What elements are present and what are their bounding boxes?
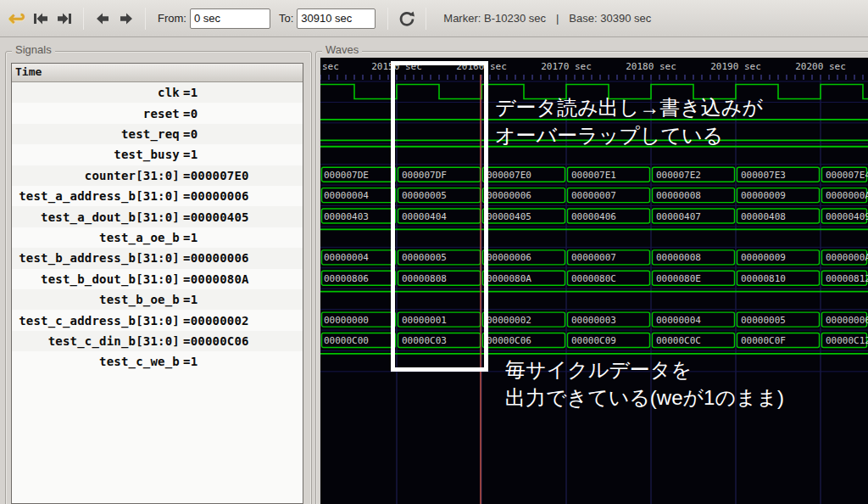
signal-value: =00000006: [183, 251, 249, 265]
annotation-output-line1: 毎サイクルデータを: [505, 358, 692, 381]
toolbar-separator: [387, 8, 388, 30]
signal-row[interactable]: test_c_address_b[31:0]=00000002: [12, 310, 303, 330]
signal-value: =00000002: [183, 314, 249, 328]
from-input[interactable]: [190, 8, 270, 29]
bus-value: 000007E0: [487, 170, 531, 181]
highlight-rectangle-annotation: [391, 61, 488, 372]
signal-row[interactable]: test_b_dout_b[31:0]=0000080A: [12, 269, 303, 289]
toolbar: ↩ From: To: Marker: B-10230 sec: [0, 0, 868, 37]
signal-row[interactable]: test_b_address_b[31:0]=00000006: [12, 248, 303, 268]
bus-value: 00000C0C: [656, 335, 701, 346]
bus-value: 000007E2: [656, 170, 701, 181]
arrow-right-icon: [117, 9, 136, 28]
bus-value: 00000007: [571, 190, 616, 201]
arrow-left-icon: [93, 9, 112, 28]
status-readout: Marker: B-10230 sec | Base: 30390 sec: [443, 12, 651, 25]
bus-value: 00000006: [826, 315, 868, 326]
bus-value: 00000004: [324, 190, 369, 201]
signal-value: =1: [183, 148, 198, 161]
bus-value: 000007E4: [826, 170, 868, 181]
timeline-label: 20170 sec: [541, 61, 592, 72]
to-label: To:: [279, 12, 293, 25]
signal-value: =0: [183, 107, 198, 120]
bus-value: 00000004: [324, 252, 369, 263]
timeline-label: 20180 sec: [626, 61, 676, 72]
toolbar-separator: [426, 8, 426, 30]
signal-row[interactable]: test_a_address_b[31:0]=00000006: [12, 186, 303, 206]
signal-value: =0: [183, 127, 198, 141]
signals-list[interactable]: Time clk=1reset=0test_req=0test_busy=1co…: [11, 63, 303, 504]
timeline-label: 20190 sec: [710, 61, 761, 72]
annotation-output-line2: 出力できている(weが1のまま): [505, 386, 784, 409]
undo-button[interactable]: ↩: [5, 7, 29, 31]
signal-row[interactable]: test_c_din_b[31:0]=00000C06: [12, 331, 303, 351]
signal-value: =000007E0: [183, 169, 249, 182]
signal-name: test_req: [12, 127, 180, 141]
signal-row[interactable]: reset=0: [12, 103, 303, 123]
bus-value: 00000006: [487, 252, 531, 263]
bus-value: 00000002: [487, 315, 531, 326]
go-to-end-button[interactable]: [53, 7, 76, 31]
toolbar-separator: [145, 8, 146, 30]
toolbar-separator: [83, 8, 84, 30]
bus-value: 00000C09: [571, 335, 616, 346]
signal-name: clk: [12, 86, 180, 99]
annotation-output: 毎サイクルデータを出力できている(weが1のまま): [505, 356, 784, 412]
signal-value: =1: [183, 231, 198, 244]
signal-value: =1: [183, 86, 198, 99]
bus-value: 00000806: [324, 273, 369, 284]
reload-button[interactable]: [395, 7, 419, 31]
signal-name: test_c_din_b[31:0]: [12, 334, 180, 348]
bus-value: 000007DE: [324, 170, 369, 181]
back-button[interactable]: [91, 7, 114, 31]
signal-row[interactable]: test_busy=1: [12, 144, 303, 165]
signal-value: =00000405: [183, 210, 249, 224]
signal-row[interactable]: test_a_oe_b=1: [12, 227, 303, 248]
bus-value: 0000080C: [571, 273, 616, 284]
signal-name: test_c_address_b[31:0]: [12, 314, 180, 328]
signal-name: test_b_dout_b[31:0]: [12, 272, 180, 286]
signal-row[interactable]: test_c_we_b=1: [12, 351, 303, 372]
signal-name: test_a_oe_b: [12, 231, 180, 244]
bus-value: 00000C0F: [741, 335, 786, 346]
bus-value: 000007E3: [741, 170, 786, 181]
bus-value: 00000008: [656, 190, 701, 201]
signal-name: test_c_we_b: [12, 355, 180, 368]
bus-value: 00000006: [487, 190, 531, 201]
bus-value: 00000003: [571, 315, 616, 326]
signal-row[interactable]: clk=1: [12, 82, 303, 103]
signals-list-header[interactable]: Time: [12, 64, 303, 82]
signal-row[interactable]: test_b_oe_b=1: [12, 289, 303, 310]
bus-value: 00000000: [324, 315, 369, 326]
go-to-start-button[interactable]: [29, 7, 53, 31]
bus-value: 00000007: [571, 252, 616, 263]
bus-value: 0000080E: [656, 273, 701, 284]
bus-value: 0000000A: [826, 190, 868, 201]
bus-value: 00000C12: [826, 335, 868, 346]
signal-value: =1: [183, 293, 198, 306]
from-label: From:: [158, 12, 186, 25]
skip-to-start-icon: [31, 9, 50, 28]
signals-rows-container: clk=1reset=0test_req=0test_busy=1counter…: [12, 82, 303, 372]
wave-canvas[interactable]: sec20150 sec20160 sec20170 sec20180 sec2…: [320, 58, 868, 504]
reload-icon: [398, 9, 416, 28]
bus-value: 00000009: [741, 190, 786, 201]
signal-value: =00000C06: [183, 334, 249, 348]
signal-name: counter[31:0]: [12, 169, 180, 182]
signal-name: test_busy: [12, 148, 180, 161]
signal-value: =00000006: [183, 189, 249, 203]
bus-value: 00000406: [571, 211, 616, 222]
base-readout: Base: 30390 sec: [569, 12, 651, 25]
bus-value: 00000407: [656, 211, 701, 222]
bus-value: 00000812: [826, 273, 868, 284]
waves-frame-title: Waves: [322, 44, 362, 56]
annotation-overlap-line2: オーバーラップしている: [495, 124, 723, 147]
bus-value: 00000810: [741, 273, 786, 284]
signal-row[interactable]: test_req=0: [12, 124, 303, 144]
signal-row[interactable]: test_a_dout_b[31:0]=00000405: [12, 206, 303, 227]
status-separator: |: [556, 12, 559, 25]
signal-row[interactable]: counter[31:0]=000007E0: [12, 165, 303, 186]
forward-button[interactable]: [114, 7, 138, 31]
to-input[interactable]: [297, 8, 376, 29]
marker-readout: Marker: B-10230 sec: [443, 12, 546, 25]
